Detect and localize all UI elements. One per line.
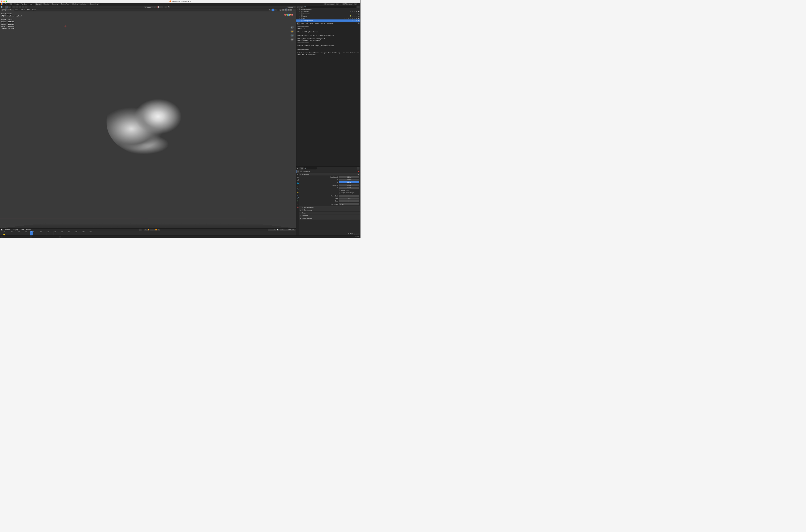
play-reverse-icon[interactable]: ◀ bbox=[150, 229, 152, 231]
playhead[interactable]: 77 bbox=[30, 231, 33, 235]
selectmode-4[interactable]: ▫ bbox=[22, 6, 24, 8]
jump-knext-icon[interactable]: ⏩ bbox=[155, 229, 157, 231]
outliner-search-input[interactable]: 🔍 bbox=[304, 6, 356, 8]
selectmode-5[interactable]: ▫ bbox=[25, 6, 28, 8]
gizmo-toggle[interactable]: ➹ bbox=[272, 9, 274, 11]
viewport-menu-view[interactable]: View bbox=[14, 9, 19, 11]
text-menu-format[interactable]: Format bbox=[320, 22, 326, 24]
perspective-toggle-icon[interactable]: ▦ bbox=[290, 38, 294, 41]
menu-render[interactable]: Render bbox=[14, 3, 20, 5]
current-frame-field[interactable]: 77 bbox=[268, 229, 276, 231]
pivot-dropdown[interactable]: ⊙ bbox=[154, 6, 157, 8]
ptab-render[interactable]: 🖨 bbox=[296, 170, 299, 173]
ptab-physics[interactable]: ⊚ bbox=[296, 194, 299, 197]
text-menu-templates[interactable]: Templates bbox=[326, 22, 334, 24]
proportional-toggle[interactable]: ○ bbox=[165, 6, 167, 8]
render-region-check[interactable]: Render Region bbox=[339, 190, 359, 191]
zoom-icon[interactable]: 🔍 bbox=[290, 26, 294, 29]
outliner-editor-type[interactable]: ≔ bbox=[297, 5, 300, 8]
frame-end-field[interactable]: 1000 bbox=[339, 197, 359, 200]
aspect-y-field[interactable]: 1.000 bbox=[339, 187, 359, 189]
ptab-scene[interactable]: 🎬 bbox=[296, 179, 299, 182]
frame-start-field[interactable]: 1 bbox=[339, 195, 359, 197]
viewlayer-delete-button[interactable]: ✕ bbox=[357, 3, 360, 5]
selectmode-3[interactable]: ▫ bbox=[19, 6, 21, 8]
start-frame-field[interactable]: Start 1 bbox=[279, 229, 287, 231]
scene-new-button[interactable]: ❐ bbox=[336, 3, 338, 5]
workspace-tab-modeling[interactable]: Modeling bbox=[42, 3, 51, 5]
prop-editor-type[interactable]: ⚙ bbox=[300, 167, 303, 170]
maximize-window[interactable] bbox=[5, 1, 7, 2]
preview-range-icon[interactable]: 🕐 bbox=[277, 229, 279, 231]
viewport-menu-select[interactable]: Select bbox=[20, 9, 25, 11]
resolution-x-field[interactable]: 2000 px bbox=[339, 176, 359, 178]
play-icon[interactable]: ▶ bbox=[152, 229, 154, 231]
blender-logo-icon[interactable] bbox=[1, 3, 3, 5]
panel-stereoscopy[interactable]: ▸Stereoscopy bbox=[299, 209, 360, 211]
timeline-editor-type[interactable]: 🕐 bbox=[1, 229, 3, 231]
text-menu-view[interactable]: View bbox=[300, 22, 305, 24]
ptab-particles[interactable]: ✨ bbox=[296, 191, 299, 193]
panel-post-processing[interactable]: ▸Post Processing bbox=[299, 217, 360, 220]
orientation-gizmo[interactable]: Z X Y bbox=[284, 14, 293, 23]
prop-search-input[interactable]: 🔍 bbox=[304, 167, 317, 169]
axis-x-icon[interactable]: X bbox=[291, 14, 293, 16]
proportional-falloff[interactable]: ⁀ bbox=[168, 6, 170, 8]
outliner-item-deformers[interactable]: ▸Deformers◂ bbox=[296, 13, 360, 15]
jump-end-icon[interactable]: ⏭ bbox=[158, 229, 160, 231]
minimize-window[interactable] bbox=[3, 1, 5, 2]
menu-file[interactable]: File bbox=[4, 3, 8, 5]
workspace-tab-texturepaint[interactable]: Texture Paint bbox=[59, 3, 71, 5]
viewport-menu-add[interactable]: Add bbox=[26, 9, 31, 11]
outliner-display-mode[interactable]: ▤ bbox=[300, 5, 303, 8]
menu-edit[interactable]: Edit bbox=[9, 3, 13, 5]
visibility-toggle[interactable]: 👁 bbox=[269, 9, 271, 11]
axis-x-neg[interactable] bbox=[284, 14, 286, 16]
scene-selector[interactable]: main model bbox=[324, 3, 335, 5]
3d-viewport[interactable]: User Perspective (77) Glowing flowers | … bbox=[0, 12, 296, 228]
tool-cursor[interactable]: ✛ bbox=[8, 6, 11, 8]
outliner-filter-icon[interactable]: ▼ bbox=[357, 5, 360, 8]
viewport-menu-object[interactable]: Object bbox=[31, 9, 37, 11]
panel-time-remapping[interactable]: ▸Time Remapping bbox=[299, 206, 360, 209]
ptab-world[interactable]: 🌐 bbox=[296, 182, 299, 185]
frame-step-field[interactable]: 1 bbox=[339, 200, 359, 202]
ptab-texture[interactable]: ▦ bbox=[296, 206, 299, 208]
timeline-menu-marker[interactable]: Marker bbox=[25, 229, 31, 231]
pin-icon[interactable]: 📌 bbox=[358, 171, 360, 172]
workspace-tab-sculpting[interactable]: Sculpting bbox=[51, 3, 59, 5]
timeline-menu-keying[interactable]: Keying bbox=[13, 229, 19, 231]
aspect-x-field[interactable]: 1.000 bbox=[339, 185, 359, 186]
prop-options[interactable] bbox=[357, 167, 360, 170]
camera-view-icon[interactable]: 📹 bbox=[290, 34, 294, 37]
outliner-item-lights[interactable]: ▸Lights💡◂ bbox=[296, 15, 360, 17]
shading-wireframe[interactable] bbox=[282, 9, 285, 11]
viewlayer-new-button[interactable]: ❐ bbox=[354, 3, 357, 5]
mode-dropdown[interactable]: ▣ Object Mode bbox=[1, 9, 14, 11]
panel-metadata[interactable]: ▸Metadata bbox=[299, 214, 360, 217]
shading-options[interactable] bbox=[293, 9, 296, 11]
pan-icon[interactable]: ✋ bbox=[290, 30, 294, 33]
text-editor-content[interactable]: =============== Splash Fox Blender 2.90 … bbox=[296, 25, 360, 167]
ptab-output[interactable]: 🖼 bbox=[296, 173, 299, 176]
workspace-add[interactable]: + bbox=[99, 3, 103, 5]
ptab-material[interactable]: ● bbox=[296, 203, 299, 206]
menu-help[interactable]: Help bbox=[28, 3, 33, 5]
panel-preset-icon[interactable]: ⋮≡ bbox=[357, 173, 359, 175]
shading-solid[interactable] bbox=[285, 9, 287, 11]
jump-start-icon[interactable]: ⏮ bbox=[145, 229, 147, 231]
outliner-item-glowing-flowers[interactable]: ▸Glowing flowers◂ bbox=[296, 19, 360, 21]
text-editor-type[interactable]: 🗎 bbox=[297, 22, 300, 25]
tool-select-box[interactable]: ▭ bbox=[5, 6, 8, 8]
scene-delete-button[interactable]: ✕ bbox=[339, 3, 341, 5]
overlays-toggle[interactable]: ⊜ bbox=[275, 9, 277, 11]
shading-rendered[interactable] bbox=[290, 9, 292, 11]
text-menu-edit[interactable]: Edit bbox=[310, 22, 313, 24]
panel-output[interactable]: ▸Output bbox=[299, 212, 360, 214]
viewlayer-selector[interactable]: View Layer bbox=[342, 3, 353, 5]
workspace-tab-shading[interactable]: Shading bbox=[71, 3, 79, 5]
keyframes[interactable] bbox=[3, 234, 5, 235]
timeline-menu-playback[interactable]: Playback bbox=[4, 229, 12, 231]
editor-type-dropdown[interactable]: 🧊 bbox=[1, 6, 3, 8]
panel-dimensions-header[interactable]: ▾Dimensions⋮≡ bbox=[299, 173, 360, 175]
